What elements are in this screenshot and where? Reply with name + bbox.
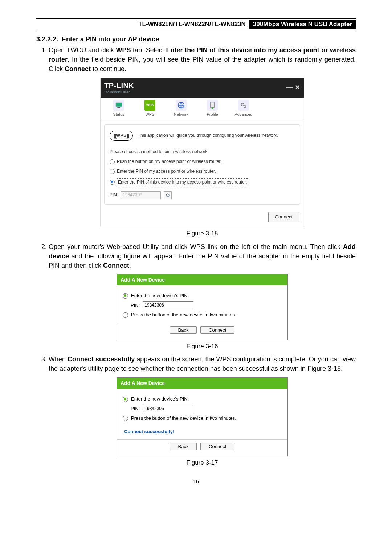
router-pin-row: PIN: 19342306	[123, 405, 282, 413]
svg-point-5	[241, 103, 244, 106]
step1-text-d: to continue.	[91, 65, 126, 73]
router-pin-label: PIN:	[131, 302, 140, 309]
radio-selected-icon	[110, 180, 115, 185]
tab-network-label: Network	[167, 112, 196, 118]
page-number: 16	[36, 479, 356, 484]
router-box-title: Add A New Device	[117, 378, 287, 389]
twcu-titlebar: TP-LINK The Reliable Choice — ✕	[101, 78, 304, 98]
figure-15-caption: Figure 3-15	[49, 229, 356, 238]
window-buttons: — ✕	[286, 84, 300, 91]
choose-label: Please choose a method to join a wireles…	[110, 149, 295, 155]
step1-text-b: tab. Select	[131, 46, 166, 54]
step1-text-a: Open TWCU and click	[49, 46, 116, 54]
connect-button[interactable]: Connect	[200, 443, 234, 450]
model-text: TL-WN821N/TL-WN822N/TL-WN823N	[135, 20, 249, 29]
back-button[interactable]: Back	[170, 326, 197, 334]
connect-success-text: Connect successfully!	[124, 428, 282, 435]
back-button[interactable]: Back	[170, 443, 197, 450]
tab-wps[interactable]: WPS WPS	[135, 100, 164, 118]
router-radio-pin[interactable]: Enter the new device's PIN.	[123, 292, 282, 299]
product-text: 300Mbps Wireless N USB Adapter	[249, 20, 356, 29]
tab-advanced[interactable]: Advanced	[229, 100, 258, 118]
radio-icon	[123, 416, 128, 421]
section-number: 3.2.2.2.	[36, 36, 58, 43]
intro-row: ((WPS)) This application will guide you …	[110, 131, 295, 141]
separator	[117, 439, 287, 440]
connect-button[interactable]: Connect	[200, 326, 234, 334]
intro-text: This application will guide you through …	[138, 132, 278, 139]
router-box-title: Add A New Device	[117, 274, 287, 285]
step1-bold-connect: Connect	[65, 65, 91, 73]
figure-17-caption: Figure 3-17	[49, 459, 356, 468]
wps-badge-icon: WPS	[144, 100, 155, 111]
router-body: Enter the new device's PIN. PIN: 1934230…	[117, 285, 287, 340]
svg-point-6	[244, 106, 246, 108]
router-opt1-label: Enter the new device's PIN.	[131, 396, 189, 403]
router-add-device-box: Add A New Device Enter the new device's …	[117, 274, 288, 340]
twcu-body: ((WPS)) This application will guide you …	[104, 124, 300, 205]
step3-text-a: When	[49, 356, 68, 363]
globe-icon	[176, 100, 187, 111]
connect-button[interactable]: Connect	[268, 212, 299, 222]
pin-row: PIN: 19342306	[110, 191, 295, 199]
tab-network[interactable]: Network	[167, 100, 196, 118]
tab-wps-label: WPS	[135, 112, 164, 118]
svg-rect-1	[117, 107, 120, 108]
router-radio-pin[interactable]: Enter the new device's PIN.	[123, 396, 282, 403]
radio-option-2[interactable]: Enter the PIN of my access point or wire…	[110, 168, 295, 175]
pin-label: PIN:	[110, 192, 118, 198]
step-1: Open TWCU and click WPS tab. Select Ente…	[49, 45, 356, 238]
router-radio-button[interactable]: Press the button of the new device in tw…	[123, 415, 282, 422]
pin-input[interactable]: 19342306	[121, 191, 161, 199]
step-2: Open your router's Web-based Utility and…	[49, 242, 356, 351]
radio-opt3-label: Enter the PIN of this device into my acc…	[117, 178, 248, 186]
router-pin-input[interactable]: 19342306	[143, 301, 193, 309]
router-pin-input[interactable]: 19342306	[143, 405, 193, 413]
radio-option-3[interactable]: Enter the PIN of this device into my acc…	[110, 178, 295, 186]
twcu-brand-block: TP-LINK The Reliable Choice	[104, 81, 134, 94]
svg-rect-0	[116, 103, 122, 107]
profile-icon	[207, 100, 218, 111]
tab-profile-label: Profile	[198, 112, 227, 118]
step-3: When Connect successfully appears on the…	[49, 354, 356, 468]
refresh-button[interactable]	[164, 191, 172, 199]
step2-text-b: and the following figure will appear. En…	[49, 253, 356, 269]
step3-bold-success: Connect successfully	[68, 356, 135, 363]
router-footer: Back Connect	[123, 443, 282, 452]
radio-opt2-label: Enter the PIN of my access point or wire…	[117, 168, 216, 175]
step2-text-a: Open your router's Web-based Utility and…	[49, 243, 343, 250]
separator	[117, 323, 287, 323]
tab-profile[interactable]: Profile	[198, 100, 227, 118]
twcu-window: TP-LINK The Reliable Choice — ✕ Status	[100, 78, 304, 227]
refresh-icon	[166, 193, 170, 197]
svg-rect-3	[211, 102, 215, 108]
step1-bold-wps: WPS	[116, 46, 131, 54]
radio-icon	[110, 159, 115, 164]
radio-option-1[interactable]: Push the button on my access point or wi…	[110, 159, 295, 165]
svg-point-4	[212, 107, 213, 109]
twcu-tabs: Status WPS WPS Network	[101, 98, 304, 120]
twcu-footer: Connect	[101, 208, 304, 227]
radio-selected-icon	[123, 397, 128, 402]
router-pin-row: PIN: 19342306	[123, 301, 282, 309]
router-radio-button[interactable]: Press the button of the new device in tw…	[123, 312, 282, 319]
minimize-icon[interactable]: —	[286, 84, 293, 91]
router-footer: Back Connect	[123, 327, 282, 335]
figure-16-caption: Figure 3-16	[49, 342, 356, 351]
step2-text-c: .	[129, 262, 131, 269]
close-icon[interactable]: ✕	[295, 84, 300, 91]
brand-logo-text: TP-LINK	[104, 82, 134, 90]
router-body: Enter the new device's PIN. PIN: 1934230…	[117, 389, 287, 456]
radio-selected-icon	[123, 293, 128, 299]
router-opt1-label: Enter the new device's PIN.	[131, 292, 189, 299]
wps-badge-text: WPS	[146, 103, 154, 107]
tab-status[interactable]: Status	[104, 100, 133, 118]
section-title: 3.2.2.2. Enter a PIN into your AP device	[36, 36, 356, 43]
router-opt2-label: Press the button of the new device in tw…	[131, 312, 236, 319]
radio-opt1-label: Push the button on my access point or wi…	[117, 159, 221, 165]
step2-bold-connect: Connect	[103, 262, 129, 269]
steps-list: Open TWCU and click WPS tab. Select Ente…	[36, 45, 356, 468]
section-name: Enter a PIN into your AP device	[62, 36, 159, 43]
router-add-device-success-box: Add A New Device Enter the new device's …	[117, 377, 288, 457]
tab-status-label: Status	[104, 112, 133, 118]
